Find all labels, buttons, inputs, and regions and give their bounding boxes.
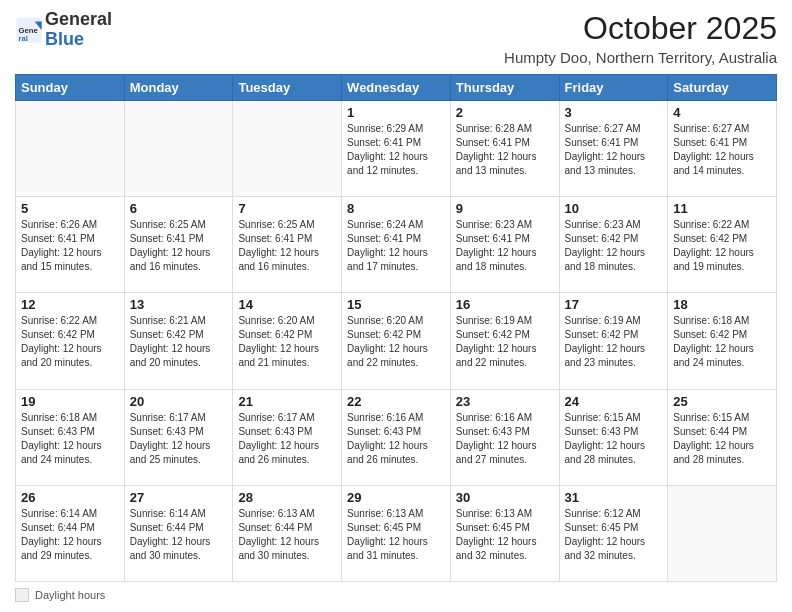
calendar-header-tuesday: Tuesday [233,75,342,101]
day-number: 9 [456,201,554,216]
day-number: 26 [21,490,119,505]
calendar-cell: 18Sunrise: 6:18 AM Sunset: 6:42 PM Dayli… [668,293,777,389]
day-number: 29 [347,490,445,505]
day-number: 21 [238,394,336,409]
calendar-cell: 16Sunrise: 6:19 AM Sunset: 6:42 PM Dayli… [450,293,559,389]
day-info: Sunrise: 6:27 AM Sunset: 6:41 PM Dayligh… [565,122,663,178]
day-info: Sunrise: 6:12 AM Sunset: 6:45 PM Dayligh… [565,507,663,563]
month-title: October 2025 [504,10,777,47]
day-number: 2 [456,105,554,120]
day-info: Sunrise: 6:19 AM Sunset: 6:42 PM Dayligh… [565,314,663,370]
day-number: 15 [347,297,445,312]
day-info: Sunrise: 6:16 AM Sunset: 6:43 PM Dayligh… [456,411,554,467]
calendar-cell: 30Sunrise: 6:13 AM Sunset: 6:45 PM Dayli… [450,485,559,581]
calendar-cell: 4Sunrise: 6:27 AM Sunset: 6:41 PM Daylig… [668,101,777,197]
calendar-header-wednesday: Wednesday [342,75,451,101]
calendar-header-monday: Monday [124,75,233,101]
calendar-week-5: 26Sunrise: 6:14 AM Sunset: 6:44 PM Dayli… [16,485,777,581]
calendar-cell: 20Sunrise: 6:17 AM Sunset: 6:43 PM Dayli… [124,389,233,485]
day-info: Sunrise: 6:24 AM Sunset: 6:41 PM Dayligh… [347,218,445,274]
day-number: 28 [238,490,336,505]
day-info: Sunrise: 6:17 AM Sunset: 6:43 PM Dayligh… [130,411,228,467]
calendar-cell: 19Sunrise: 6:18 AM Sunset: 6:43 PM Dayli… [16,389,125,485]
day-info: Sunrise: 6:23 AM Sunset: 6:42 PM Dayligh… [565,218,663,274]
calendar-cell [668,485,777,581]
day-info: Sunrise: 6:22 AM Sunset: 6:42 PM Dayligh… [21,314,119,370]
logo: Gene ral General Blue [15,10,112,50]
calendar-cell: 22Sunrise: 6:16 AM Sunset: 6:43 PM Dayli… [342,389,451,485]
calendar-header-sunday: Sunday [16,75,125,101]
title-block: October 2025 Humpty Doo, Northern Territ… [504,10,777,66]
day-number: 1 [347,105,445,120]
day-number: 23 [456,394,554,409]
calendar-header-row: SundayMondayTuesdayWednesdayThursdayFrid… [16,75,777,101]
day-info: Sunrise: 6:13 AM Sunset: 6:44 PM Dayligh… [238,507,336,563]
calendar-table: SundayMondayTuesdayWednesdayThursdayFrid… [15,74,777,582]
day-info: Sunrise: 6:13 AM Sunset: 6:45 PM Dayligh… [347,507,445,563]
calendar-cell: 23Sunrise: 6:16 AM Sunset: 6:43 PM Dayli… [450,389,559,485]
day-number: 5 [21,201,119,216]
calendar-cell [233,101,342,197]
calendar-cell [124,101,233,197]
calendar-cell: 8Sunrise: 6:24 AM Sunset: 6:41 PM Daylig… [342,197,451,293]
calendar-cell: 12Sunrise: 6:22 AM Sunset: 6:42 PM Dayli… [16,293,125,389]
day-info: Sunrise: 6:15 AM Sunset: 6:43 PM Dayligh… [565,411,663,467]
calendar-cell: 5Sunrise: 6:26 AM Sunset: 6:41 PM Daylig… [16,197,125,293]
day-info: Sunrise: 6:16 AM Sunset: 6:43 PM Dayligh… [347,411,445,467]
daylight-label: Daylight hours [35,589,105,601]
day-number: 6 [130,201,228,216]
location-subtitle: Humpty Doo, Northern Territory, Australi… [504,49,777,66]
day-info: Sunrise: 6:26 AM Sunset: 6:41 PM Dayligh… [21,218,119,274]
calendar-cell: 27Sunrise: 6:14 AM Sunset: 6:44 PM Dayli… [124,485,233,581]
calendar-cell: 2Sunrise: 6:28 AM Sunset: 6:41 PM Daylig… [450,101,559,197]
day-number: 14 [238,297,336,312]
day-info: Sunrise: 6:28 AM Sunset: 6:41 PM Dayligh… [456,122,554,178]
calendar-week-1: 1Sunrise: 6:29 AM Sunset: 6:41 PM Daylig… [16,101,777,197]
day-info: Sunrise: 6:17 AM Sunset: 6:43 PM Dayligh… [238,411,336,467]
calendar-header-friday: Friday [559,75,668,101]
calendar-cell [16,101,125,197]
footer: Daylight hours [15,588,777,602]
day-info: Sunrise: 6:14 AM Sunset: 6:44 PM Dayligh… [21,507,119,563]
daylight-box [15,588,29,602]
calendar-week-4: 19Sunrise: 6:18 AM Sunset: 6:43 PM Dayli… [16,389,777,485]
day-info: Sunrise: 6:18 AM Sunset: 6:42 PM Dayligh… [673,314,771,370]
calendar-cell: 26Sunrise: 6:14 AM Sunset: 6:44 PM Dayli… [16,485,125,581]
day-number: 3 [565,105,663,120]
day-info: Sunrise: 6:14 AM Sunset: 6:44 PM Dayligh… [130,507,228,563]
calendar-cell: 6Sunrise: 6:25 AM Sunset: 6:41 PM Daylig… [124,197,233,293]
day-number: 17 [565,297,663,312]
day-info: Sunrise: 6:19 AM Sunset: 6:42 PM Dayligh… [456,314,554,370]
day-number: 22 [347,394,445,409]
day-number: 16 [456,297,554,312]
day-number: 7 [238,201,336,216]
day-info: Sunrise: 6:13 AM Sunset: 6:45 PM Dayligh… [456,507,554,563]
day-info: Sunrise: 6:23 AM Sunset: 6:41 PM Dayligh… [456,218,554,274]
calendar-cell: 14Sunrise: 6:20 AM Sunset: 6:42 PM Dayli… [233,293,342,389]
day-number: 13 [130,297,228,312]
calendar-cell: 25Sunrise: 6:15 AM Sunset: 6:44 PM Dayli… [668,389,777,485]
header: Gene ral General Blue October 2025 Humpt… [15,10,777,66]
day-number: 8 [347,201,445,216]
day-info: Sunrise: 6:15 AM Sunset: 6:44 PM Dayligh… [673,411,771,467]
day-info: Sunrise: 6:25 AM Sunset: 6:41 PM Dayligh… [238,218,336,274]
logo-icon: Gene ral [15,16,43,44]
calendar-cell: 11Sunrise: 6:22 AM Sunset: 6:42 PM Dayli… [668,197,777,293]
day-info: Sunrise: 6:29 AM Sunset: 6:41 PM Dayligh… [347,122,445,178]
calendar-cell: 28Sunrise: 6:13 AM Sunset: 6:44 PM Dayli… [233,485,342,581]
calendar-cell: 3Sunrise: 6:27 AM Sunset: 6:41 PM Daylig… [559,101,668,197]
day-number: 4 [673,105,771,120]
calendar-cell: 17Sunrise: 6:19 AM Sunset: 6:42 PM Dayli… [559,293,668,389]
svg-text:ral: ral [19,33,28,42]
calendar-cell: 7Sunrise: 6:25 AM Sunset: 6:41 PM Daylig… [233,197,342,293]
calendar-cell: 9Sunrise: 6:23 AM Sunset: 6:41 PM Daylig… [450,197,559,293]
day-number: 11 [673,201,771,216]
calendar-cell: 1Sunrise: 6:29 AM Sunset: 6:41 PM Daylig… [342,101,451,197]
day-number: 27 [130,490,228,505]
day-number: 12 [21,297,119,312]
day-number: 30 [456,490,554,505]
calendar-cell: 13Sunrise: 6:21 AM Sunset: 6:42 PM Dayli… [124,293,233,389]
calendar-header-saturday: Saturday [668,75,777,101]
calendar-cell: 10Sunrise: 6:23 AM Sunset: 6:42 PM Dayli… [559,197,668,293]
day-number: 20 [130,394,228,409]
